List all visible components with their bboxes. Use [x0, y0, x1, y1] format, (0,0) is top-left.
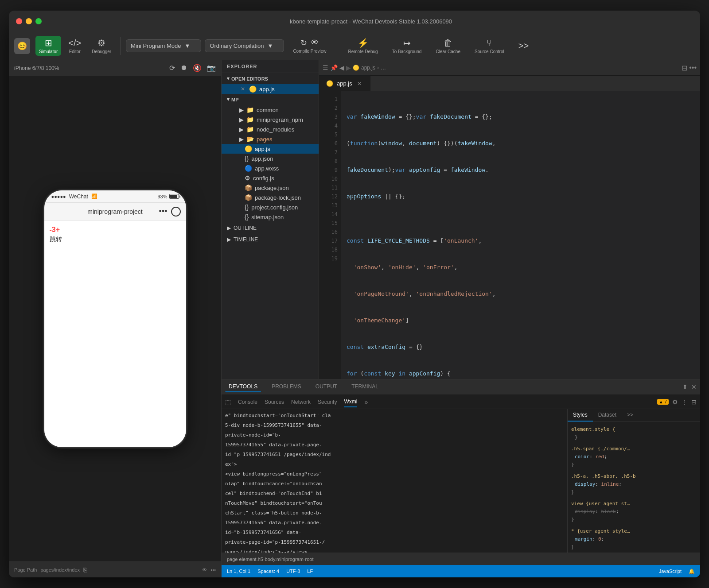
nav-forward-icon[interactable]: ▶	[346, 64, 351, 71]
nav-back-icon[interactable]: ◀	[339, 64, 344, 71]
tree-appwxss[interactable]: 🔵 app.wxss	[222, 163, 319, 173]
console-line-3: private-node-id="b-	[222, 430, 567, 440]
compilation-selector[interactable]: Ordinary Compilation ▼	[205, 39, 284, 52]
tab-output[interactable]: OUTPUT	[312, 382, 341, 392]
bottom-icons: 👁 •••	[202, 567, 216, 573]
debugger-button[interactable]: ⚙ Debugger	[88, 36, 115, 56]
signal-text: ●●●●●	[51, 194, 66, 199]
spaces: Spaces: 4	[257, 569, 279, 574]
devtools-bottom-bar: page element.h5-body.miniprogram-root	[222, 553, 700, 565]
style-rule-h5a: .h5-a, .h5-abbr, .h5-b display: inline; …	[571, 472, 697, 496]
tab-sources[interactable]: Sources	[265, 397, 284, 407]
code-line-3: fakeDocument);var appConfig = fakeWindow…	[347, 166, 695, 174]
screencap-icon[interactable]: 📷	[207, 64, 216, 72]
timeline-header[interactable]: ▶ TIMELINE	[222, 234, 319, 245]
close-button[interactable]	[16, 18, 22, 24]
eol: LF	[307, 569, 313, 574]
split-icon[interactable]: ⊟	[682, 64, 687, 72]
console-settings-icon[interactable]: ⚙	[672, 398, 678, 406]
remote-debug-button[interactable]: ⚡ Remote Debug	[343, 36, 383, 56]
tree-miniprogram-npm[interactable]: ▶ 📁 miniprogram_npm	[222, 115, 319, 124]
compile-preview-button[interactable]: ↻ 👁 Compile Preview	[288, 36, 331, 55]
code-area[interactable]: var fakeWindow = {};var fakeDocument = {…	[341, 91, 700, 379]
compilation-chevron-icon: ▼	[268, 43, 273, 49]
page-path-label[interactable]: Page Path	[14, 567, 37, 573]
editor-explorer-area: EXPLORER ▾ OPEN EDITORS ✕ 🟡 app.js ▾ MP	[222, 60, 700, 379]
more-tab[interactable]: >>	[622, 409, 639, 422]
styles-tab[interactable]: Styles	[568, 409, 593, 422]
outline-section: ▶ OUTLINE ▶ TIMELINE	[222, 222, 319, 245]
style-rule-view: view {user agent st… display: block; }	[571, 500, 697, 524]
tree-configjs[interactable]: ⚙ config.js	[222, 173, 319, 183]
console-more-icon[interactable]: »	[364, 398, 368, 406]
expand-icon[interactable]: ⬆	[682, 383, 688, 391]
style-rule-star: * {user agent style… margin: 0; }	[571, 527, 697, 551]
more-editor-icon[interactable]: •••	[689, 64, 697, 72]
tree-sitemap[interactable]: {} sitemap.json	[222, 212, 319, 222]
record-icon[interactable]: ⏺	[180, 64, 187, 72]
editor-tabs: 🟡 app.js ✕	[319, 76, 700, 91]
appwxss-label: app.wxss	[255, 165, 279, 172]
tab-network[interactable]: Network	[291, 397, 311, 407]
sitemap-label: sitemap.json	[251, 214, 284, 220]
nav-menu-icon[interactable]: •••	[159, 207, 168, 217]
tree-common[interactable]: ▶ 📁 common	[222, 105, 319, 115]
editor-button[interactable]: </> Editor	[65, 36, 85, 56]
tab-appjs-label: app.js	[337, 80, 352, 87]
tree-pages[interactable]: ▶ 📂 pages	[222, 134, 319, 144]
console-menu-icon[interactable]: ⋮	[682, 398, 688, 406]
tree-packagelockjson[interactable]: 📦 package-lock.json	[222, 193, 319, 202]
tab-security[interactable]: Security	[318, 397, 337, 407]
page-path-value: pages/index/index	[40, 567, 80, 573]
sitemap-icon: {}	[245, 213, 249, 220]
tree-appjs[interactable]: 🟡 app.js	[222, 144, 319, 154]
tab-appjs[interactable]: 🟡 app.js ✕	[319, 76, 370, 91]
phone-nav-bar: miniprogram-project •••	[44, 203, 186, 220]
rotate-icon[interactable]: ⟳	[169, 64, 175, 72]
tab-devtools[interactable]: DEVTOOLS	[225, 382, 261, 392]
tab-wxml[interactable]: Wxml	[344, 397, 357, 407]
close-devtools-icon[interactable]: ✕	[691, 383, 697, 391]
more-button[interactable]: >>	[513, 39, 534, 53]
mode-selector[interactable]: Mini Program Mode ▼	[126, 39, 201, 52]
pin-icon[interactable]: 📌	[330, 64, 338, 71]
to-background-button[interactable]: ↦ To Background	[387, 36, 427, 56]
code-line-8: 'onPageNotFound', 'onUnhandledRejection'…	[347, 290, 695, 298]
minimize-button[interactable]	[26, 18, 32, 24]
tab-console[interactable]: Console	[238, 397, 257, 407]
tree-packagejson[interactable]: 📦 package.json	[222, 183, 319, 193]
app-title: miniprogram-project	[87, 208, 142, 215]
open-editors-section[interactable]: ▾ OPEN EDITORS	[222, 73, 319, 84]
clear-cache-button[interactable]: 🗑 Clear Cache	[430, 36, 466, 56]
outline-header[interactable]: ▶ OUTLINE	[222, 222, 319, 234]
console-sidebar-icon[interactable]: ⊟	[691, 398, 697, 406]
simulator-button[interactable]: ⊞ Simulator	[35, 36, 61, 56]
remote-debug-icon: ⚡	[358, 38, 369, 48]
copy-icon[interactable]: ⎘	[83, 566, 87, 573]
source-control-button[interactable]: ⑂ Source Control	[469, 36, 510, 56]
eye-bottom-icon[interactable]: 👁	[202, 567, 207, 573]
mp-section[interactable]: ▾ MP	[222, 94, 319, 105]
maximize-button[interactable]	[35, 18, 42, 24]
ellipsis-icon[interactable]: •••	[210, 567, 216, 573]
tree-appjson[interactable]: {} app.json	[222, 154, 319, 163]
appwxss-icon: 🔵	[245, 165, 252, 172]
tab-close-icon[interactable]: ✕	[356, 80, 363, 87]
phone-wrapper: ●●●●● WeChat 📶 16:12 93%	[9, 76, 221, 561]
wxml-tree[interactable]: e" bindtouchstart="onTouchStart" cla 5-d…	[222, 409, 567, 553]
tree-projectconfig[interactable]: {} project.config.json	[222, 202, 319, 212]
pages-folder-icon: 📂	[246, 135, 254, 143]
mute-icon[interactable]: 🔇	[193, 64, 202, 72]
separator-2	[337, 37, 337, 55]
file-close-icon[interactable]: ✕	[239, 85, 246, 93]
tree-node-modules[interactable]: ▶ 📁 node_modules	[222, 124, 319, 134]
tab-problems[interactable]: PROBLEMS	[268, 382, 305, 392]
dataset-tab[interactable]: Dataset	[593, 409, 622, 422]
menu-icon[interactable]: ☰	[323, 64, 328, 71]
tab-terminal[interactable]: TERMINAL	[348, 382, 382, 392]
code-editor[interactable]: 1 2 3 4 5 6 7 8 9 10 11 12 13	[319, 91, 700, 379]
explorer-panel: EXPLORER ▾ OPEN EDITORS ✕ 🟡 app.js ▾ MP	[222, 60, 319, 379]
open-file-appjs[interactable]: ✕ 🟡 app.js	[222, 84, 319, 94]
editor-section: ☰ 📌 ◀ ▶ 🟡 app.js › … ⊟ •••	[319, 60, 700, 379]
console-inspect-icon[interactable]: ⬚	[225, 398, 231, 406]
